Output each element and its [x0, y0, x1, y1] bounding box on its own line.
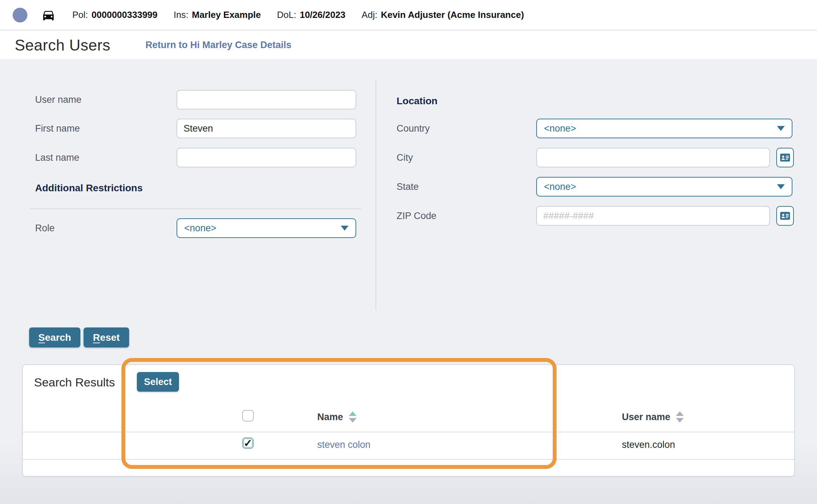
role-label: Role — [35, 218, 55, 238]
last-name-label: Last name — [35, 148, 79, 167]
first-name-label: First name — [35, 119, 80, 138]
sort-asc-icon — [349, 411, 357, 416]
first-name-input[interactable] — [177, 119, 356, 138]
city-lookup-button[interactable] — [776, 148, 794, 167]
contact-card-icon — [779, 152, 791, 163]
city-input[interactable] — [536, 148, 770, 167]
result-name-link[interactable]: steven colon — [317, 439, 371, 450]
table-divider — [23, 459, 794, 460]
sort-desc-icon — [676, 418, 684, 423]
zip-code-label: ZIP Code — [397, 206, 437, 226]
search-results-title: Search Results — [34, 376, 115, 389]
avatar — [13, 8, 27, 22]
additional-restrictions-heading: Additional Restrictions — [35, 183, 142, 194]
insured-field: Ins: Marley Example — [174, 9, 261, 20]
country-dropdown[interactable]: <none> — [536, 119, 792, 138]
section-divider — [30, 208, 361, 209]
chevron-down-icon — [777, 184, 785, 189]
role-dropdown-value: <none> — [184, 223, 217, 234]
checkmark-icon: ✓ — [244, 438, 252, 449]
sort-icons — [349, 411, 357, 423]
date-of-loss-value: 10/26/2023 — [300, 9, 345, 20]
select-all-checkbox[interactable] — [242, 410, 254, 422]
state-dropdown-value: <none> — [544, 181, 576, 192]
policy-value: 0000000333999 — [92, 9, 158, 20]
username-column-header[interactable]: User name — [622, 411, 684, 423]
adjuster-label: Adj: — [361, 9, 377, 20]
sort-icons — [676, 411, 684, 423]
user-name-input[interactable] — [177, 90, 356, 110]
zip-code-input[interactable] — [536, 206, 770, 226]
state-label: State — [397, 177, 419, 197]
page-title: Search Users — [15, 37, 111, 54]
chevron-down-icon — [777, 126, 785, 131]
last-name-input[interactable] — [177, 148, 356, 167]
content-area: User name First name Last name Additiona… — [0, 59, 817, 504]
country-dropdown-value: <none> — [544, 123, 576, 134]
select-button[interactable]: Select — [137, 372, 179, 392]
contact-card-icon — [779, 210, 791, 221]
zip-lookup-button[interactable] — [776, 206, 794, 226]
chevron-down-icon — [341, 226, 348, 231]
country-label: Country — [397, 119, 430, 138]
adjuster-field: Adj: Kevin Adjuster (Acme Insurance) — [361, 9, 524, 20]
search-results-panel: Search Results Select Name User name ✓ s… — [22, 364, 795, 477]
policy-label: Pol: — [72, 9, 88, 20]
claim-info-bar: Pol: 0000000333999 Ins: Marley Example D… — [0, 0, 817, 31]
policy-number-field: Pol: 0000000333999 — [72, 9, 158, 20]
sort-asc-icon — [676, 411, 684, 416]
result-username: steven.colon — [622, 439, 675, 450]
column-divider — [376, 81, 376, 311]
sort-desc-icon — [349, 418, 357, 423]
car-icon — [40, 8, 57, 22]
page-header: Search Users Return to Hi Marley Case De… — [0, 31, 817, 59]
user-name-label: User name — [35, 90, 81, 110]
search-button[interactable]: Search — [29, 327, 80, 347]
insured-label: Ins: — [174, 9, 188, 20]
city-label: City — [397, 148, 413, 167]
reset-button[interactable]: Reset — [84, 327, 129, 347]
row-checkbox[interactable]: ✓ — [242, 437, 254, 449]
name-column-header[interactable]: Name — [317, 411, 357, 423]
state-dropdown[interactable]: <none> — [536, 177, 792, 197]
role-dropdown[interactable]: <none> — [177, 218, 356, 238]
location-heading: Location — [397, 95, 438, 107]
date-of-loss-field: DoL: 10/26/2023 — [277, 9, 345, 20]
table-divider — [23, 432, 794, 432]
return-to-case-details-link[interactable]: Return to Hi Marley Case Details — [146, 40, 292, 51]
insured-value: Marley Example — [192, 9, 261, 20]
date-of-loss-label: DoL: — [277, 9, 296, 20]
adjuster-value: Kevin Adjuster (Acme Insurance) — [381, 9, 524, 20]
